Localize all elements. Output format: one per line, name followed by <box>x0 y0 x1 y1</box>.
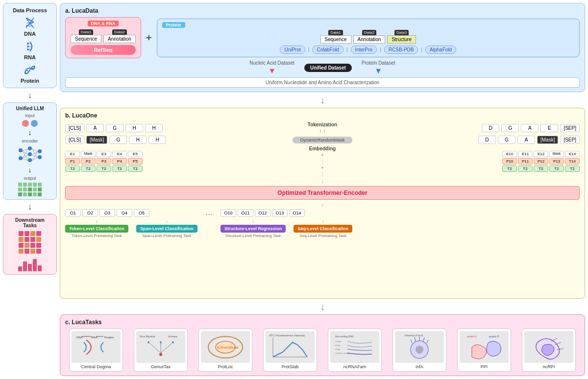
p-data1-tag: Data1 <box>328 30 343 35</box>
protein-box: Protein Data1 Sequence Data2 Annotation … <box>157 19 580 57</box>
nucleic-dataset-label: Nucleic Acid Dataset <box>249 60 294 66</box>
svg-line-36 <box>148 342 161 353</box>
dots-embed-2: ⋮ <box>320 171 325 177</box>
dynamic-mask-label: DynamicRandomMask <box>293 137 353 143</box>
p-data3-col: Data3 Structure <box>387 30 416 44</box>
grid-cell <box>23 192 27 196</box>
task-img-genustax: Virus Bacteria Archaea <box>136 331 185 363</box>
task-card-protstab: ATC Fluorescence Intensity ProtStab <box>263 329 317 372</box>
infa-svg: Influenza A Virus <box>397 332 441 362</box>
downstream-box: DownstreamTasks <box>3 214 57 275</box>
task-card-ppi: protein A protein B PPI <box>457 329 511 372</box>
svg-point-8 <box>27 48 29 50</box>
grid-cell <box>28 188 32 191</box>
arrow-a-b: ↓ <box>60 95 585 105</box>
protein-dataset-label: Protein Dataset <box>362 60 395 66</box>
p-data2-col: Data2 Annotation <box>353 30 386 44</box>
rna-item: RNA <box>22 40 38 60</box>
grid-cell <box>28 183 32 187</box>
seq-pretrain-box: ↓ Seq-Level Classification Seq-Level Pre… <box>294 219 352 238</box>
token-h2: H <box>145 124 163 132</box>
svg-text:protein B: protein B <box>489 335 499 338</box>
downstream-grid-icon <box>19 231 41 254</box>
span-task-button[interactable]: Span-Level Classification <box>136 225 197 233</box>
token-h4: H <box>148 136 166 144</box>
dna-rna-box: DNA & RNA Data1 Sequence Data2 Annotatio… <box>65 17 141 58</box>
dots-embed: ⋮ <box>320 159 325 164</box>
p1: P1 <box>65 158 80 165</box>
right-masked-group: D G A [Mask] [SEP] <box>364 136 580 144</box>
task-card-genustax: Virus Bacteria Archaea GenusTax <box>134 329 188 372</box>
token-task-button[interactable]: Token-Level Classification <box>65 225 128 233</box>
svg-point-14 <box>28 152 32 156</box>
task-img-protstab: ATC Fluorescence Intensity <box>266 331 315 363</box>
dots-tok: ↕ ↕ <box>319 128 326 134</box>
p12: P12 <box>534 158 548 165</box>
section-c: c. LucaTasks DNA RNA Protein <box>60 314 585 376</box>
p2: P2 <box>81 158 96 165</box>
t2-6: T2 <box>502 166 517 172</box>
plus-sign: + <box>146 32 152 44</box>
section-a: a. LucaData DNA & RNA Data1 Sequence Dat… <box>60 3 585 92</box>
svg-line-63 <box>427 340 428 343</box>
token-row-1: [CLS] A G H H Tokenization ↕ ↕ D G A <box>65 122 580 134</box>
o10: O10 <box>220 209 236 217</box>
token-cls-1: [CLS] <box>65 124 84 132</box>
task-img-infa: Influenza A Virus <box>395 331 444 363</box>
token-g4: G <box>498 136 515 144</box>
protein-label: Protein <box>21 78 39 84</box>
input-circles <box>22 120 38 127</box>
svg-point-39 <box>147 341 149 343</box>
token-mask-2: [Mask] <box>537 136 558 144</box>
grid-cell <box>33 192 37 196</box>
source-alphafold: AlphaFold <box>425 46 456 54</box>
data1-tag: Data1 <box>79 29 93 35</box>
task-img-central-dogma: DNA RNA Protein <box>72 331 121 363</box>
t2-9: T2 <box>549 166 564 172</box>
svg-text:rRNA: rRNA <box>335 348 340 351</box>
svg-line-62 <box>423 337 424 341</box>
task-img-ncrnafam: Non-coding RNA mRNA tRNA rRNA miRNA & si… <box>330 331 379 363</box>
structure-task-button[interactable]: Structure-Level Regression <box>220 225 286 233</box>
main-container: Data Process DNA <box>0 0 588 379</box>
o1: O1 <box>65 209 81 217</box>
dna-rna-badge: DNA & RNA <box>88 21 118 26</box>
task-img-ncrpi <box>524 331 573 363</box>
svg-text:Extracellular: Extracellular <box>217 345 239 350</box>
svg-point-11 <box>19 148 23 152</box>
bar-chart-icon <box>18 257 42 271</box>
svg-line-66 <box>551 338 557 341</box>
token-a2: A <box>521 124 539 132</box>
divider-1: | <box>308 47 310 52</box>
ncrpi-svg <box>527 332 571 362</box>
protloc-svg: Extracellular <box>203 332 247 362</box>
span-pretrain-label: Span-Level Pretraining Task <box>142 234 191 238</box>
bar-5 <box>38 265 42 271</box>
p11: P11 <box>518 158 533 165</box>
svg-point-17 <box>38 155 42 159</box>
t2-3: T2 <box>97 166 111 172</box>
svg-text:protein A: protein A <box>467 335 477 338</box>
task-name-infa: InfA <box>416 364 423 369</box>
sequence-box: Sequence <box>71 35 101 43</box>
svg-line-38 <box>161 342 173 353</box>
token-sep-2: [SEP] <box>560 136 580 144</box>
divider-4: | <box>421 47 422 52</box>
svg-point-35 <box>159 353 162 356</box>
luca-data-row: DNA & RNA Data1 Sequence Data2 Annotatio… <box>65 17 580 58</box>
tokenization-label: Tokenization <box>308 122 337 127</box>
token-g2: G <box>501 124 519 132</box>
svg-text:Influenza A Virus: Influenza A Virus <box>405 334 423 337</box>
right-pretrain-tasks: ↓ Structure-Level Regression Structure-L… <box>220 219 352 238</box>
e-mask-2: Mask <box>549 151 564 157</box>
t2-1: T2 <box>65 166 80 172</box>
protein-sources: UniProt | ColabFold | InterPro | RCSB-PD… <box>280 46 456 54</box>
seq-task-button[interactable]: Seq-Level Classification <box>294 225 352 233</box>
p-annotation-box: Annotation <box>353 35 386 44</box>
o-row-left: O1 O2 O3 O4 O5 <box>65 209 197 217</box>
refseq-button[interactable]: RefSeq <box>71 45 136 55</box>
p-data2-tag: Data2 <box>362 30 376 35</box>
grid-cell <box>38 188 42 191</box>
task-img-protloc: Extracellular <box>201 331 250 363</box>
divider-3: | <box>380 47 381 52</box>
